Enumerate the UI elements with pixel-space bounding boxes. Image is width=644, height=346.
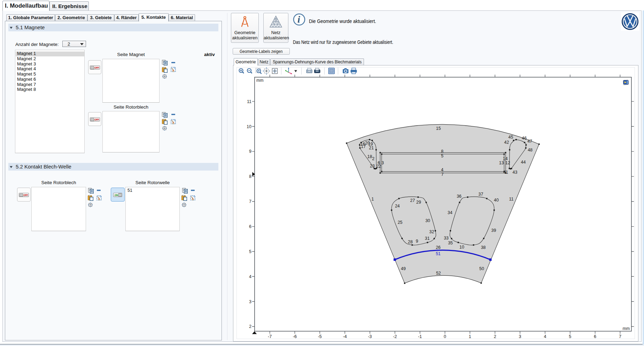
svg-text:2: 2	[372, 156, 374, 161]
svg-text:4: 4	[249, 274, 251, 279]
svg-text:15: 15	[436, 126, 441, 131]
svg-text:17: 17	[361, 144, 366, 149]
svg-text:34: 34	[448, 210, 452, 215]
svg-text:11: 11	[247, 99, 251, 104]
svg-text:50: 50	[479, 266, 484, 271]
svg-text:33: 33	[444, 236, 449, 241]
svg-text:-6: -6	[293, 334, 297, 339]
svg-text:40: 40	[494, 198, 499, 203]
svg-text:37: 37	[479, 192, 483, 197]
svg-text:52: 52	[436, 271, 441, 276]
svg-text:2: 2	[494, 334, 496, 339]
svg-text:35: 35	[448, 241, 453, 245]
svg-text:3: 3	[249, 299, 251, 304]
svg-text:11: 11	[509, 197, 514, 202]
svg-text:i: i	[297, 14, 300, 25]
svg-text:mm: mm	[623, 326, 630, 331]
svg-text:46: 46	[522, 136, 527, 141]
svg-text:0: 0	[444, 334, 446, 339]
svg-text:31: 31	[425, 236, 430, 241]
svg-text:9: 9	[249, 149, 251, 154]
svg-text:36: 36	[457, 194, 461, 199]
svg-text:2: 2	[249, 324, 251, 329]
svg-text:21: 21	[369, 146, 374, 150]
svg-text:5: 5	[441, 154, 443, 158]
svg-text:3: 3	[519, 334, 521, 339]
svg-text:8: 8	[441, 149, 443, 154]
svg-text:10: 10	[459, 245, 464, 250]
svg-text:38: 38	[481, 245, 486, 250]
svg-text:43: 43	[513, 170, 518, 175]
svg-text:44: 44	[521, 160, 526, 165]
svg-text:-4: -4	[343, 334, 347, 339]
svg-text:24: 24	[395, 204, 400, 209]
svg-text:39: 39	[491, 228, 496, 233]
svg-text:41: 41	[503, 170, 508, 175]
svg-text:7: 7	[441, 172, 444, 177]
svg-text:7: 7	[619, 334, 621, 339]
svg-text:4: 4	[441, 167, 443, 172]
svg-text:12: 12	[505, 160, 510, 165]
svg-text:5: 5	[249, 249, 251, 254]
svg-text:7: 7	[249, 199, 251, 204]
svg-text:6: 6	[249, 224, 251, 229]
svg-text:26: 26	[436, 245, 441, 250]
svg-text:13: 13	[499, 160, 504, 165]
svg-text:47: 47	[527, 139, 532, 144]
svg-text:1: 1	[469, 334, 471, 339]
svg-text:-7: -7	[268, 334, 272, 339]
svg-text:-3: -3	[368, 334, 372, 339]
svg-text:4: 4	[544, 334, 546, 339]
svg-text:30: 30	[425, 218, 430, 223]
svg-text:23: 23	[370, 164, 375, 168]
svg-text:29: 29	[416, 200, 421, 205]
svg-text:45: 45	[509, 135, 513, 140]
svg-text:1: 1	[372, 197, 374, 202]
svg-text:9: 9	[416, 239, 418, 244]
svg-text:51: 51	[436, 251, 441, 256]
svg-text:-2: -2	[393, 334, 397, 339]
svg-text:mm: mm	[256, 78, 264, 83]
svg-text:25: 25	[398, 220, 403, 225]
svg-text:32: 32	[429, 229, 434, 234]
svg-text:42: 42	[504, 140, 509, 145]
svg-text:28: 28	[408, 239, 413, 244]
svg-text:27: 27	[410, 198, 415, 203]
svg-text:10: 10	[247, 124, 251, 129]
svg-text:48: 48	[528, 148, 533, 152]
svg-text:3: 3	[381, 160, 384, 165]
svg-text:49: 49	[401, 266, 406, 271]
svg-text:8: 8	[249, 174, 251, 179]
svg-text:18: 18	[367, 154, 372, 159]
svg-text:6: 6	[378, 160, 380, 165]
svg-text:5: 5	[569, 334, 571, 339]
svg-text:6: 6	[594, 334, 596, 339]
svg-text:-5: -5	[318, 334, 322, 339]
svg-text:-1: -1	[418, 334, 422, 339]
